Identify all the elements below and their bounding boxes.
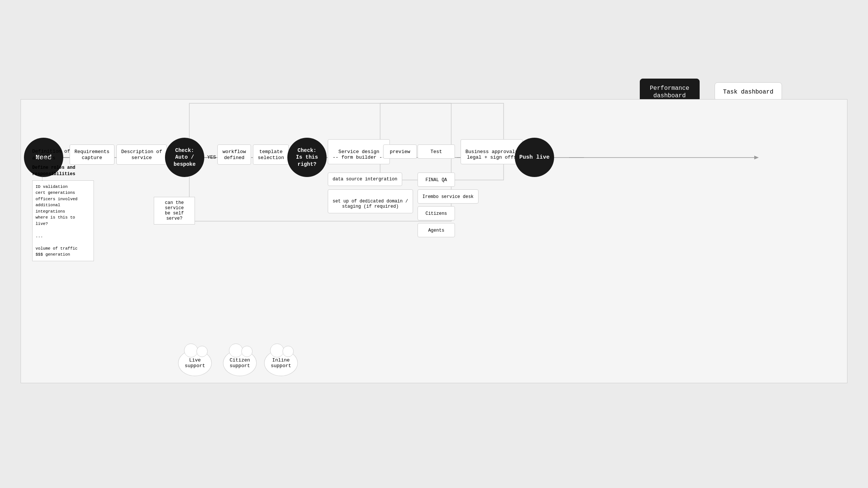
cloud-citizen-support: Citizen support: [223, 350, 257, 376]
citizens-rect: Citizens: [418, 206, 455, 220]
node-setup-domain: set up of dedicated domain / staging (if…: [328, 189, 413, 213]
node-data-source: data source intergration: [328, 173, 402, 186]
live-support-cloud: Live support: [178, 350, 212, 376]
business-approvals-rect: Business approvals legal + sign offs: [461, 139, 523, 164]
node-business-approvals: Business approvals legal + sign offs: [461, 139, 523, 164]
node-test: Test: [418, 144, 455, 159]
define-roles-label: Define roles and responsibilities: [32, 165, 94, 177]
node-workflow-defined: workflow defined: [217, 144, 251, 165]
workflow-defined-rect: workflow defined: [217, 144, 251, 165]
canvas: Performance dashboard Task dashboard: [0, 0, 868, 488]
svg-marker-16: [754, 156, 759, 159]
node-preview: preview: [383, 144, 417, 159]
setup-domain-rect: set up of dedicated domain / staging (if…: [328, 189, 413, 213]
cloud-inline-support: Inline support: [264, 350, 298, 376]
node-irembo-service-desk: Irembo service desk: [418, 189, 479, 204]
yes-label: YES: [207, 154, 216, 161]
details-box: ID validation cert generations officers …: [32, 180, 94, 261]
irembo-service-desk-rect: Irembo service desk: [418, 189, 479, 204]
template-selection-rect: template selection: [253, 144, 289, 165]
node-check-is-right: Check: Is this right?: [287, 138, 327, 177]
agents-rect: Agents: [418, 223, 455, 237]
description-service-rect: Description of service: [116, 144, 167, 165]
definition-accounts-label: Definition of accounts: [32, 148, 94, 162]
node-citizens: Citizens: [418, 206, 455, 220]
citizen-support-cloud: Citizen support: [223, 350, 257, 376]
test-rect: Test: [418, 144, 455, 159]
preview-rect: preview: [383, 144, 417, 159]
define-roles-box: Define roles and responsibilities: [32, 165, 94, 177]
can-self-serve-box: can the service be self serve?: [154, 197, 195, 225]
inline-support-cloud: Inline support: [264, 350, 298, 376]
check-is-right-circle: Check: Is this right?: [287, 138, 327, 177]
push-live-circle: Push live: [515, 138, 554, 177]
check-auto-bespoke-circle: Check: Auto / bespoke: [165, 138, 204, 177]
flow-svg: [21, 100, 847, 383]
definition-accounts-box: Definition of accounts: [32, 148, 94, 162]
node-check-auto-bespoke: Check: Auto / bespoke: [165, 138, 204, 177]
data-source-rect: data source intergration: [328, 173, 402, 186]
node-final-qa: FINAL QA: [418, 173, 455, 187]
node-description-service: Description of service: [116, 144, 167, 165]
node-service-design: Service design -- form builder --: [328, 139, 390, 164]
flow-container: Need Requirements capture Description of…: [21, 99, 847, 383]
node-push-live: Push live: [515, 138, 554, 177]
node-template-selection: template selection: [253, 144, 289, 165]
service-design-rect: Service design -- form builder --: [328, 139, 390, 164]
can-self-serve-rect: can the service be self serve?: [154, 197, 195, 225]
left-sub-content: Definition of accounts Define roles and …: [32, 148, 94, 261]
cloud-live-support: Live support: [178, 350, 212, 376]
task-dashboard-button[interactable]: Task dashboard: [715, 82, 782, 101]
final-qa-rect: FINAL QA: [418, 173, 455, 187]
node-agents: Agents: [418, 223, 455, 237]
